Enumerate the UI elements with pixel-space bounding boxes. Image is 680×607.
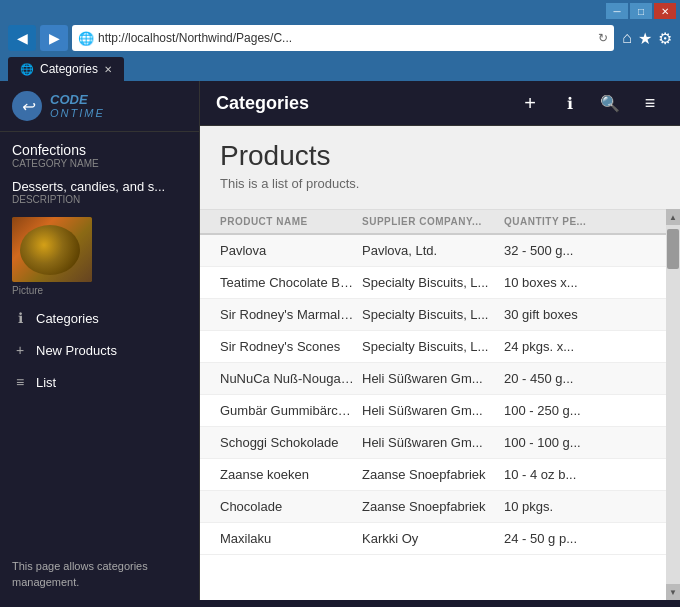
tab-close-button[interactable]: ✕ — [104, 64, 112, 75]
brand-ontime: ONTIME — [50, 107, 105, 120]
cell-quantity: 100 - 250 g... — [504, 403, 646, 418]
table-row[interactable]: Schoggi SchokoladeHeli Süßwaren Gm...100… — [200, 427, 666, 459]
sidebar: ↩ CODE ONTIME Confections Category Name … — [0, 81, 200, 600]
forward-button[interactable]: ▶ — [40, 25, 68, 51]
cell-quantity: 24 pkgs. x... — [504, 339, 646, 354]
cell-product-name: Gumbär Gummibärchen — [220, 403, 362, 418]
cell-supplier: Heli Süßwaren Gm... — [362, 371, 504, 386]
cell-supplier: Zaanse Snoepfabriek — [362, 467, 504, 482]
list-icon: ≡ — [12, 374, 28, 390]
favorites-icon[interactable]: ★ — [638, 29, 652, 48]
tab-label: Categories — [40, 62, 98, 76]
scroll-up[interactable]: ▲ — [666, 209, 680, 225]
search-button[interactable]: 🔍 — [596, 89, 624, 117]
app-container: ↩ CODE ONTIME Confections Category Name … — [0, 81, 680, 600]
table-row[interactable]: MaxilakuKarkki Oy24 - 50 g p... — [200, 523, 666, 555]
data-table[interactable]: PRODUCT NAME SUPPLIER COMPANY... QUANTIT… — [200, 209, 666, 600]
settings-icon[interactable]: ⚙ — [658, 29, 672, 48]
browser-chrome: ─ □ ✕ ◀ ▶ 🌐 http://localhost/Northwind/P… — [0, 0, 680, 81]
cell-product-name: NuNuCa Nuß-Nougat-Cre... — [220, 371, 362, 386]
cell-quantity: 20 - 450 g... — [504, 371, 646, 386]
sidebar-item-list[interactable]: ≡ List — [0, 366, 199, 398]
description-label: Description — [12, 194, 187, 205]
cell-supplier: Specialty Biscuits, L... — [362, 339, 504, 354]
table-row[interactable]: Sir Rodney's SconesSpecialty Biscuits, L… — [200, 331, 666, 363]
cell-product-name: Maxilaku — [220, 531, 362, 546]
category-name-label: Category Name — [12, 158, 187, 169]
info-button[interactable]: ℹ — [556, 89, 584, 117]
browser-icon: 🌐 — [78, 31, 94, 46]
page-header-title: Categories — [216, 93, 309, 114]
table-row[interactable]: NuNuCa Nuß-Nougat-Cre...Heli Süßwaren Gm… — [200, 363, 666, 395]
page-description: This page allows categories management. — [0, 549, 199, 600]
cell-product-name: Pavlova — [220, 243, 362, 258]
header-icons: + ℹ 🔍 ≡ — [516, 89, 664, 117]
cell-supplier: Heli Süßwaren Gm... — [362, 403, 504, 418]
right-panel: Categories + ℹ 🔍 ≡ Products This is a li… — [200, 81, 680, 600]
scroll-thumb[interactable] — [667, 229, 679, 269]
cell-supplier: Karkki Oy — [362, 531, 504, 546]
app-brand: ↩ CODE ONTIME — [0, 81, 199, 132]
cell-product-name: Sir Rodney's Scones — [220, 339, 362, 354]
food-image-overlay — [20, 225, 80, 275]
cell-supplier: Heli Süßwaren Gm... — [362, 435, 504, 450]
content-header: Products This is a list of products. — [200, 126, 680, 209]
table-row[interactable]: Sir Rodney's MarmaladeSpecialty Biscuits… — [200, 299, 666, 331]
plus-icon: + — [12, 342, 28, 358]
active-tab[interactable]: 🌐 Categories ✕ — [8, 57, 124, 81]
cell-supplier: Pavlova, Ltd. — [362, 243, 504, 258]
sidebar-item-categories[interactable]: ℹ Categories — [0, 302, 199, 334]
cell-supplier: Zaanse Snoepfabriek — [362, 499, 504, 514]
table-row[interactable]: Gumbär GummibärchenHeli Süßwaren Gm...10… — [200, 395, 666, 427]
minimize-button[interactable]: ─ — [606, 3, 628, 19]
url-text: http://localhost/Northwind/Pages/C... — [98, 31, 292, 45]
cell-quantity: 30 gift boxes — [504, 307, 646, 322]
cell-quantity: 100 - 100 g... — [504, 435, 646, 450]
cell-quantity: 10 pkgs. — [504, 499, 646, 514]
add-button[interactable]: + — [516, 89, 544, 117]
maximize-button[interactable]: □ — [630, 3, 652, 19]
main-content: Products This is a list of products. PRO… — [200, 126, 680, 600]
brand-icon: ↩ — [12, 91, 42, 121]
table-row[interactable]: Teatime Chocolate BiscuitsSpecialty Bisc… — [200, 267, 666, 299]
cell-quantity: 24 - 50 g p... — [504, 531, 646, 546]
home-icon[interactable]: ⌂ — [622, 29, 632, 48]
table-row[interactable]: PavlovaPavlova, Ltd.32 - 500 g... — [200, 235, 666, 267]
description-section: Desserts, candies, and s... Description — [0, 177, 199, 213]
cell-supplier: Specialty Biscuits, L... — [362, 307, 504, 322]
table-row[interactable]: Zaanse koekenZaanse Snoepfabriek10 - 4 o… — [200, 459, 666, 491]
page-header: Categories + ℹ 🔍 ≡ — [200, 81, 680, 126]
cell-quantity: 10 boxes x... — [504, 275, 646, 290]
cell-quantity: 32 - 500 g... — [504, 243, 646, 258]
refresh-button[interactable]: ↻ — [598, 31, 608, 45]
table-body: PavlovaPavlova, Ltd.32 - 500 g...Teatime… — [200, 235, 666, 555]
main-area: PRODUCT NAME SUPPLIER COMPANY... QUANTIT… — [200, 209, 680, 600]
picture-label: Picture — [12, 285, 187, 296]
tab-favicon: 🌐 — [20, 63, 34, 76]
brand-code: CODE — [50, 92, 88, 108]
scroll-down[interactable]: ▼ — [666, 584, 680, 600]
col-header-supplier: SUPPLIER COMPANY... — [362, 216, 504, 227]
content-title: Products — [220, 140, 660, 172]
back-button[interactable]: ◀ — [8, 25, 36, 51]
brand-name: CODE ONTIME — [50, 92, 105, 121]
category-name-section: Confections Category Name — [0, 132, 199, 177]
close-button[interactable]: ✕ — [654, 3, 676, 19]
picture-section: Picture — [0, 213, 199, 302]
address-bar[interactable]: 🌐 http://localhost/Northwind/Pages/C... … — [72, 25, 614, 51]
table-header: PRODUCT NAME SUPPLIER COMPANY... QUANTIT… — [200, 210, 666, 235]
info-icon: ℹ — [12, 310, 28, 326]
cell-product-name: Teatime Chocolate Biscuits — [220, 275, 362, 290]
titlebar-buttons: ─ □ ✕ — [606, 3, 676, 19]
cell-product-name: Chocolade — [220, 499, 362, 514]
cell-supplier: Specialty Biscuits, L... — [362, 275, 504, 290]
cell-quantity: 10 - 4 oz b... — [504, 467, 646, 482]
description-value: Desserts, candies, and s... — [12, 179, 187, 194]
content-subtitle: This is a list of products. — [220, 176, 660, 191]
sidebar-list-label: List — [36, 375, 56, 390]
cell-product-name: Schoggi Schokolade — [220, 435, 362, 450]
sidebar-item-new-products[interactable]: + New Products — [0, 334, 199, 366]
menu-button[interactable]: ≡ — [636, 89, 664, 117]
table-row[interactable]: ChocoladeZaanse Snoepfabriek10 pkgs. — [200, 491, 666, 523]
scrollbar[interactable]: ▲ ▼ — [666, 209, 680, 600]
